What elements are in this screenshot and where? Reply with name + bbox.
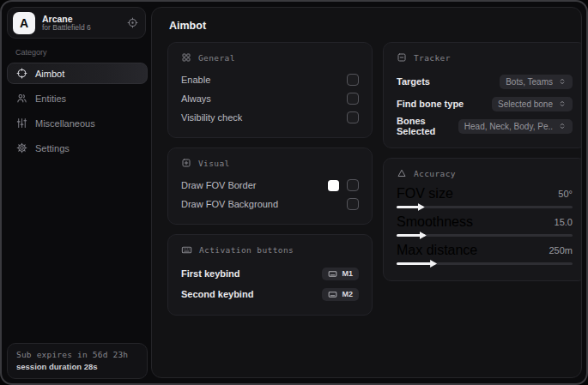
setting-label: Draw FOV Border	[181, 180, 256, 190]
subscription-card: Sub expires in 56d 23h session duration …	[7, 343, 148, 379]
setting-label: Always	[181, 93, 211, 104]
dropdown-value: Head, Neck, Body, Pe..	[464, 122, 553, 131]
frame-plus-icon	[181, 158, 191, 168]
draw-fov-border-checkbox[interactable]	[347, 179, 359, 191]
draw-fov-background-checkbox[interactable]	[347, 198, 359, 210]
setting-row-smoothness: Smoothness 15.0	[397, 214, 573, 237]
keyboard-icon	[328, 290, 337, 299]
setting-row-enable: Enable	[181, 70, 359, 89]
setting-row-draw-fov-background: Draw FOV Background	[181, 195, 359, 214]
slider-value: 250m	[549, 245, 573, 256]
setting-row-bones-selected: Bones Selected Head, Neck, Body, Pe..	[397, 115, 573, 137]
general-panel: General Enable Always Visibility check	[167, 42, 373, 138]
panel-header-label: General	[198, 53, 235, 63]
app-subtitle: for Battlefield 6	[42, 24, 91, 33]
app-header-card: A Arcane for Battlefield 6	[7, 7, 146, 39]
find-bone-type-dropdown[interactable]: Selected bone	[492, 97, 573, 111]
sub-expires-text: Sub expires in 56d 23h	[16, 350, 138, 359]
setting-label: Find bone type	[397, 99, 464, 109]
app-name: Arcane	[42, 14, 91, 24]
targets-dropdown[interactable]: Bots, Teams	[500, 75, 573, 89]
visibility-check-checkbox[interactable]	[347, 111, 359, 123]
app-logo: A	[13, 12, 35, 34]
chevrons-up-down-icon	[558, 122, 567, 130]
dropdown-value: Bots, Teams	[506, 77, 553, 87]
setting-row-second-keybind: Second keybind M2	[181, 284, 359, 304]
panel-header-label: Activation buttons	[199, 245, 294, 255]
fov-border-color-swatch[interactable]	[328, 180, 339, 191]
setting-row-draw-fov-border: Draw FOV Border	[181, 176, 359, 195]
setting-row-always: Always	[181, 89, 359, 108]
keybind-value: M1	[342, 269, 353, 278]
keyboard-icon	[328, 269, 337, 279]
always-checkbox[interactable]	[347, 93, 359, 105]
bones-selected-dropdown[interactable]: Head, Neck, Body, Pe..	[458, 119, 573, 134]
sidebar-item-label: Miscellaneous	[35, 118, 95, 129]
triangle-icon	[397, 168, 407, 178]
keyboard-icon	[181, 244, 192, 256]
setting-label: First keybind	[181, 268, 239, 279]
grid-icon	[181, 52, 191, 63]
setting-label: Visibility check	[181, 112, 242, 123]
setting-row-max-distance: Max distance 250m	[397, 243, 573, 265]
slider-thumb[interactable]	[430, 260, 437, 268]
panel-header-label: Visual	[198, 159, 230, 168]
sliders-icon	[16, 117, 27, 129]
sidebar-item-label: Aimbot	[35, 69, 64, 79]
slider-thumb[interactable]	[420, 232, 427, 239]
app-window: A Arcane for Battlefield 6 Category Aimb…	[0, 0, 588, 385]
chevrons-up-down-icon	[558, 77, 567, 86]
setting-label: FOV size	[397, 186, 453, 202]
sidebar-item-aimbot[interactable]: Aimbot	[7, 63, 148, 84]
sidebar-item-entities[interactable]: Entities	[7, 87, 148, 109]
dropdown-value: Selected bone	[498, 99, 553, 109]
tracker-panel: Tracker Targets Bots, Teams	[383, 42, 582, 148]
first-keybind-button[interactable]: M1	[322, 268, 359, 280]
page-title: Aimbot	[169, 20, 573, 32]
slider-fill	[397, 206, 423, 208]
setting-label: Bones Selected	[397, 116, 458, 136]
sidebar-item-miscellaneous[interactable]: Miscellaneous	[7, 112, 148, 134]
visual-panel: Visual Draw FOV Border Draw FOV Backgrou…	[167, 147, 373, 225]
smoothness-slider[interactable]	[397, 234, 573, 237]
main-content: Aimbot General Enable	[151, 7, 582, 378]
crosshair-icon	[16, 68, 27, 79]
keybind-value: M2	[342, 290, 353, 298]
slider-thumb[interactable]	[418, 203, 425, 211]
slider-value: 15.0	[555, 217, 573, 227]
sidebar-item-label: Settings	[35, 143, 70, 153]
setting-label: Second keybind	[181, 289, 253, 299]
setting-label: Smoothness	[397, 214, 473, 230]
enable-checkbox[interactable]	[347, 74, 359, 86]
crosshair-target-icon[interactable]	[127, 17, 138, 28]
panel-header-label: Accuracy	[414, 169, 456, 178]
gear-icon	[16, 142, 27, 153]
slider-value: 50°	[558, 189, 573, 199]
category-label: Category	[15, 48, 153, 57]
setting-row-fov-size: FOV size 50°	[397, 186, 573, 208]
chevrons-up-down-icon	[558, 99, 567, 108]
setting-row-find-bone-type: Find bone type Selected bone	[397, 93, 573, 115]
panel-header-label: Tracker	[414, 53, 451, 63]
second-keybind-button[interactable]: M2	[322, 288, 359, 301]
accuracy-panel: Accuracy FOV size 50°	[383, 158, 582, 281]
activation-buttons-panel: Activation buttons First keybind M1	[167, 234, 373, 316]
square-minus-icon	[397, 52, 407, 63]
setting-row-targets: Targets Bots, Teams	[397, 70, 573, 93]
setting-label: Max distance	[397, 243, 477, 258]
slider-fill	[397, 234, 425, 237]
session-duration-text: session duration 28s	[16, 362, 138, 371]
sidebar-item-label: Entities	[35, 93, 66, 104]
fov-size-slider[interactable]	[397, 206, 573, 208]
users-icon	[16, 93, 27, 104]
setting-row-first-keybind: First keybind M1	[181, 263, 359, 284]
setting-label: Enable	[181, 75, 210, 85]
sidebar: A Arcane for Battlefield 6 Category Aimb…	[2, 2, 153, 383]
slider-fill	[397, 262, 435, 265]
max-distance-slider[interactable]	[397, 262, 573, 265]
sidebar-item-settings[interactable]: Settings	[7, 137, 148, 159]
setting-row-visibility-check: Visibility check	[181, 108, 359, 127]
setting-label: Targets	[397, 76, 430, 87]
setting-label: Draw FOV Background	[181, 199, 278, 209]
